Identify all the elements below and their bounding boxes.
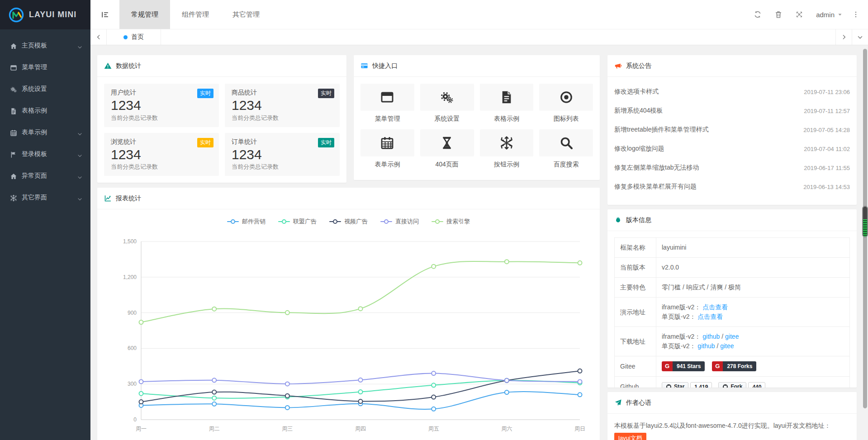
active-tab-dot — [123, 35, 128, 39]
sidebar-collapse-button[interactable] — [90, 0, 119, 29]
search-icon — [539, 129, 593, 156]
quick-item-2[interactable]: 表格示例 — [480, 84, 534, 123]
github-star-badge[interactable]: Star1,419 — [662, 382, 712, 388]
gitee-badge[interactable]: G941 Stars — [662, 361, 705, 371]
svg-text:300: 300 — [128, 381, 137, 387]
announcement-row-5[interactable]: 修复多模块菜单栏展开有问题 2019-06-13 14:53 — [614, 177, 850, 196]
refresh-button[interactable] — [747, 0, 768, 29]
version-info-card: 版本信息 框架名称layuimini当前版本v2.0.0主要特色零门槛 / 响应… — [607, 209, 857, 388]
sidebar-menu: 主页模板 菜单管理 系统设置 表格示例 表单示例 登录模板 异常页面 其它界面 — [0, 29, 90, 208]
sidebar-item-6[interactable]: 异常页面 — [0, 165, 90, 187]
announcement-row-3[interactable]: 修改logo缩放问题 2019-07-04 11:02 — [614, 139, 850, 158]
line-chart[interactable]: 03006009001,2001,500周一周二周三周四周五周六周日 — [104, 230, 593, 438]
user-dropdown[interactable]: admin — [810, 11, 849, 19]
window-icon — [10, 64, 17, 71]
report-chart-card: 报表统计 邮件营销 联盟广告 视频广告 直接访问 — [97, 188, 600, 440]
link-点击查看[interactable]: 点击查看 — [697, 313, 723, 320]
link-github[interactable]: github — [702, 333, 720, 340]
version-label: Gitee — [615, 356, 656, 377]
version-link-line: 单页版-v2： github / gitee — [662, 341, 844, 351]
announcement-row-4[interactable]: 修复左侧菜单缩放tab无法移动 2019-06-17 11:55 — [614, 158, 850, 177]
quick-item-4[interactable]: 表单示例 — [360, 129, 414, 169]
quick-item-7[interactable]: 百度搜索 — [539, 129, 593, 169]
tab-scroll-left-button[interactable] — [90, 29, 107, 45]
stat-box-1: 商品统计 1234 当前分类总记录数 实时 — [225, 84, 340, 127]
announcement-text: 新增treetable插件和菜单管理样式 — [614, 126, 708, 134]
announcement-time: 2019-07-05 14:28 — [803, 127, 850, 133]
page-scrollbar-thumb[interactable] — [862, 206, 868, 237]
version-value: 零门槛 / 响应式 / 清爽 / 极简 — [662, 284, 741, 291]
legend-item-0[interactable]: 邮件营销 — [227, 218, 266, 226]
fullscreen-expand-icon — [795, 10, 803, 19]
quick-item-1[interactable]: 系统设置 — [420, 84, 474, 123]
layui-doc-badge[interactable]: layui文档 — [614, 433, 646, 440]
quick-item-5[interactable]: 404页面 — [420, 129, 474, 169]
gitee-badge[interactable]: G278 Forks — [712, 361, 756, 371]
realtime-badge: 实时 — [197, 89, 213, 98]
sidebar-item-0[interactable]: 主页模板 — [0, 35, 90, 57]
link-点击查看[interactable]: 点击查看 — [702, 303, 728, 311]
github-fork-badge[interactable]: Fork440 — [718, 382, 765, 388]
legend-item-1[interactable]: 联盟广告 — [278, 218, 317, 226]
warning-triangle-icon — [104, 62, 112, 70]
layuimini-app: LAYUI MINI 主页模板 菜单管理 系统设置 表格示例 表单示例 登录模板… — [0, 0, 868, 440]
logo[interactable]: LAYUI MINI — [0, 0, 90, 29]
announcement-row-2[interactable]: 新增treetable插件和菜单管理样式 2019-07-05 14:28 — [614, 120, 850, 139]
sidebar-item-2[interactable]: 系统设置 — [0, 78, 90, 100]
clear-cache-button[interactable] — [768, 0, 789, 29]
legend-marker-icon — [278, 219, 290, 224]
snow-icon — [480, 129, 534, 156]
link-gitee[interactable]: gitee — [720, 342, 734, 350]
header-tab-1[interactable]: 组件管理 — [170, 0, 221, 29]
version-row-5: GiteeG941 StarsG278 Forks — [615, 356, 850, 377]
dotCircle-icon — [559, 90, 574, 104]
quick-item-label: 404页面 — [420, 161, 474, 169]
calendar-icon — [10, 129, 17, 137]
header-module-tabs: 常规管理 组件管理 其它管理 — [119, 0, 271, 29]
sidebar-item-label: 系统设置 — [22, 85, 82, 93]
quick-item-label: 菜单管理 — [360, 115, 414, 123]
collapse-menu-icon — [101, 10, 109, 19]
announcement-row-0[interactable]: 修改选项卡样式 2019-07-11 23:06 — [614, 82, 850, 101]
svg-text:900: 900 — [128, 310, 137, 316]
username: admin — [816, 11, 835, 19]
tab-scroll-right-button[interactable] — [835, 29, 852, 45]
announcement-row-1[interactable]: 新增系统404模板 2019-07-11 12:57 — [614, 101, 850, 120]
tab-home[interactable]: 首页 — [107, 29, 161, 45]
link-github[interactable]: github — [697, 342, 715, 350]
announcement-text: 修复左侧菜单缩放tab无法移动 — [614, 164, 699, 172]
fullscreen-button[interactable] — [789, 0, 810, 29]
sidebar-item-7[interactable]: 其它界面 — [0, 187, 90, 208]
quick-item-3[interactable]: 图标列表 — [539, 84, 593, 123]
legend-item-3[interactable]: 直接访问 — [380, 218, 419, 226]
top-header: 常规管理 组件管理 其它管理 — [90, 0, 868, 29]
report-chart-title: 报表统计 — [116, 194, 141, 203]
sidebar-item-4[interactable]: 表单示例 — [0, 122, 90, 143]
main-content: 数据统计 用户统计 1234 当前分类总记录数 实时 商品统计 1234 当前分… — [90, 45, 868, 440]
credit-card-icon — [360, 62, 368, 70]
legend-marker-icon — [329, 219, 341, 224]
svg-text:周一: 周一 — [136, 426, 147, 432]
svg-text:周日: 周日 — [574, 426, 585, 432]
flag-icon — [10, 151, 17, 158]
refresh-icon — [754, 10, 762, 19]
tab-operations-dropdown[interactable] — [852, 29, 868, 45]
quick-item-0[interactable]: 菜单管理 — [360, 84, 414, 123]
version-value: v2.0.0 — [662, 264, 679, 271]
link-gitee[interactable]: gitee — [725, 333, 739, 340]
more-menu-button[interactable] — [849, 0, 863, 29]
header-tab-0[interactable]: 常规管理 — [119, 0, 170, 29]
quick-item-6[interactable]: 按钮示例 — [480, 129, 534, 169]
sidebar-item-5[interactable]: 登录模板 — [0, 143, 90, 165]
header-tab-2[interactable]: 其它管理 — [221, 0, 271, 29]
legend-marker-icon — [432, 219, 443, 224]
page-tab-bar: 首页 — [90, 29, 868, 45]
legend-item-2[interactable]: 视频广告 — [329, 218, 368, 226]
chevron-down-icon — [857, 34, 863, 41]
sidebar-item-3[interactable]: 表格示例 — [0, 100, 90, 122]
sidebar-item-1[interactable]: 菜单管理 — [0, 57, 90, 78]
version-link-line: 单页版-v2： 点击查看 — [662, 312, 844, 322]
line-chart-icon — [104, 194, 112, 202]
legend-item-4[interactable]: 搜索引擎 — [432, 218, 470, 226]
gears-icon — [10, 86, 17, 93]
